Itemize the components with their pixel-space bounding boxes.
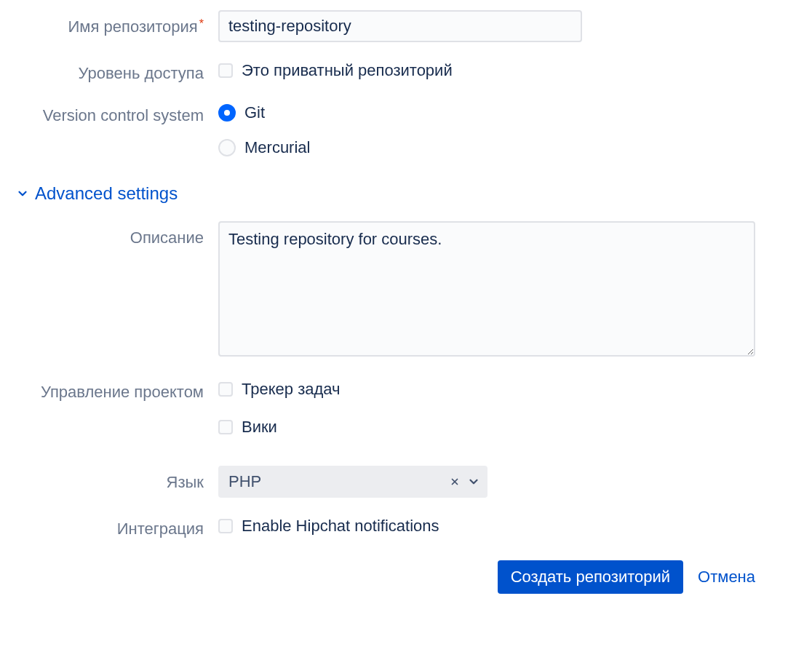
language-label: Язык bbox=[7, 466, 218, 493]
create-repo-button[interactable]: Создать репозиторий bbox=[498, 560, 683, 594]
chevron-down-icon bbox=[15, 186, 31, 202]
description-textarea[interactable]: Testing repository for courses. bbox=[218, 221, 755, 357]
clear-icon[interactable] bbox=[450, 477, 460, 487]
vcs-git-radio[interactable] bbox=[218, 104, 236, 122]
vcs-mercurial-label[interactable]: Mercurial bbox=[244, 138, 310, 157]
advanced-settings-toggle[interactable]: Advanced settings bbox=[15, 183, 783, 204]
vcs-label: Version control system bbox=[7, 99, 218, 127]
wiki-label[interactable]: Вики bbox=[242, 418, 277, 437]
cancel-button[interactable]: Отмена bbox=[698, 568, 755, 587]
project-mgmt-label: Управление проектом bbox=[7, 375, 218, 403]
issue-tracker-checkbox[interactable] bbox=[218, 382, 233, 397]
repo-name-input[interactable] bbox=[218, 10, 582, 42]
description-label: Описание bbox=[7, 221, 218, 249]
vcs-mercurial-radio[interactable] bbox=[218, 139, 236, 156]
vcs-git-label[interactable]: Git bbox=[244, 103, 265, 122]
hipchat-checkbox[interactable] bbox=[218, 519, 233, 533]
access-level-label: Уровень доступа bbox=[7, 57, 218, 84]
hipchat-label[interactable]: Enable Hipchat notifications bbox=[242, 517, 439, 536]
private-repo-option-label[interactable]: Это приватный репозиторий bbox=[242, 61, 453, 80]
language-select[interactable]: PHP bbox=[218, 466, 487, 498]
integration-label: Интеграция bbox=[7, 512, 218, 540]
repo-name-label: Имя репозитория bbox=[7, 10, 218, 38]
advanced-settings-label: Advanced settings bbox=[35, 183, 178, 204]
private-repo-checkbox[interactable] bbox=[218, 63, 233, 78]
wiki-checkbox[interactable] bbox=[218, 420, 233, 434]
issue-tracker-label[interactable]: Трекер задач bbox=[242, 380, 341, 399]
language-selected-value: PHP bbox=[228, 472, 450, 491]
chevron-down-icon[interactable] bbox=[467, 475, 480, 488]
